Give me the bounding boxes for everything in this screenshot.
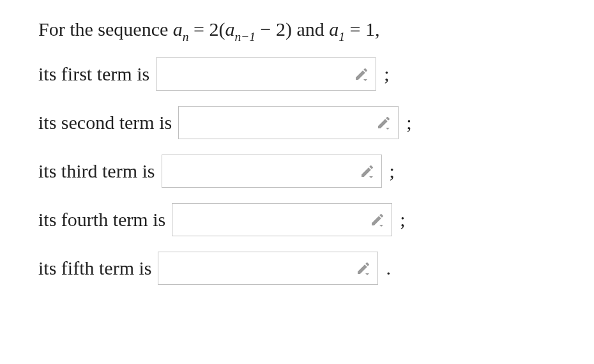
answer-box-1[interactable] <box>156 57 376 91</box>
term-label-1: its first term is <box>38 63 149 86</box>
answer-input-3[interactable] <box>162 155 381 187</box>
punct-4: ; <box>399 208 405 231</box>
answer-input-2[interactable] <box>179 107 398 139</box>
ic-var: a <box>329 19 339 40</box>
pencil-dropdown-icon[interactable] <box>358 162 376 180</box>
term-label-4: its fourth term is <box>38 208 165 231</box>
pencil-dropdown-icon[interactable] <box>354 259 372 277</box>
punct-5: . <box>385 257 391 280</box>
term-row-1: its first term is ; <box>38 57 568 91</box>
term-row-2: its second term is ; <box>38 106 568 139</box>
term-row-3: its third term is ; <box>38 155 568 188</box>
pencil-dropdown-icon[interactable] <box>353 65 370 83</box>
seq-sub: n <box>183 30 189 43</box>
ic-sub: 1 <box>339 30 345 43</box>
rhs-open: 2( <box>209 19 225 40</box>
term-label-3: its third term is <box>38 160 155 183</box>
rhs-var: a <box>225 19 234 40</box>
pencil-dropdown-icon[interactable] <box>369 211 386 229</box>
rhs-close: − 2) <box>255 19 292 40</box>
term-label-5: its fifth term is <box>38 257 151 280</box>
term-label-2: its second term is <box>38 111 172 134</box>
punct-1: ; <box>383 63 389 86</box>
answer-box-2[interactable] <box>178 106 399 139</box>
answer-box-3[interactable] <box>162 155 382 188</box>
answer-box-4[interactable] <box>172 203 392 236</box>
eq-sign: = <box>189 19 209 40</box>
prompt-pre: For the sequence <box>38 19 173 40</box>
answer-input-1[interactable] <box>156 58 376 90</box>
question-container: For the sequence an = 2(an−1 − 2) and a1… <box>0 0 594 313</box>
and-text: and <box>292 19 329 40</box>
prompt-text: For the sequence an = 2(an−1 − 2) and a1… <box>38 18 568 43</box>
answer-input-5[interactable] <box>158 252 377 284</box>
ic-eq: = 1, <box>345 19 379 40</box>
rhs-sub: n−1 <box>234 30 255 43</box>
punct-2: ; <box>405 111 411 134</box>
answer-box-5[interactable] <box>158 252 378 285</box>
answer-input-4[interactable] <box>172 204 392 236</box>
punct-3: ; <box>388 160 395 183</box>
pencil-dropdown-icon[interactable] <box>375 114 393 132</box>
seq-var: a <box>173 19 183 40</box>
term-row-4: its fourth term is ; <box>38 203 568 236</box>
term-row-5: its fifth term is . <box>38 252 568 285</box>
